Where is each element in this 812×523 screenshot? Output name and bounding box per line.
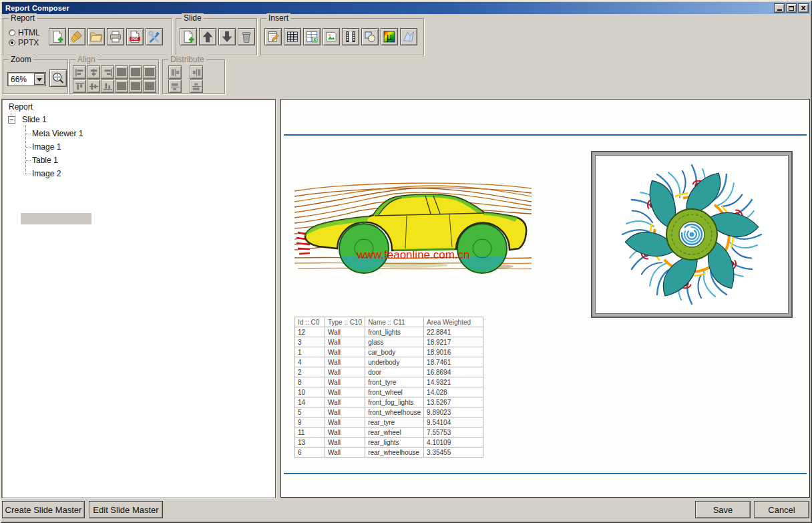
insert-table-button[interactable]	[284, 28, 301, 45]
edit-slide-master-label: Edit Slide Master	[93, 505, 158, 515]
align-extra-5-button[interactable]	[129, 79, 142, 93]
distribute-v2-button[interactable]	[190, 79, 203, 93]
radio-pptx-label: PPTX	[18, 38, 39, 47]
align-center-button[interactable]	[87, 65, 100, 79]
export-pdf-button[interactable]: PDF	[126, 28, 144, 45]
cell: rear_tyre	[365, 417, 424, 427]
cell: 14.028	[424, 387, 483, 397]
zoom-select[interactable]: 66%	[7, 72, 46, 86]
align-extra-4-button[interactable]	[115, 79, 128, 93]
print-report-button[interactable]	[107, 28, 124, 45]
cell: 10	[295, 387, 325, 397]
delete-slide-button[interactable]	[238, 28, 255, 45]
cell: Wall	[325, 347, 365, 357]
distribute-h-button[interactable]	[168, 65, 182, 79]
save-button[interactable]: Save	[695, 501, 751, 518]
svg-text:μ: μ	[387, 32, 393, 42]
tree-item-image-2[interactable]: Image 2	[32, 169, 61, 178]
impeller-image-frame[interactable]	[591, 151, 793, 318]
radio-pptx-circle[interactable]	[9, 39, 15, 46]
move-slide-up-button[interactable]	[199, 28, 216, 45]
table-row: 11Wallrear_wheel7.55753	[295, 427, 483, 438]
cell: front_wheelhouse	[365, 407, 424, 417]
report-settings-button[interactable]	[146, 28, 163, 45]
down-arrow-icon	[220, 30, 234, 43]
cell: door	[365, 367, 424, 377]
insert-spreadsheet-button[interactable]: X	[303, 28, 321, 45]
insert-image-button[interactable]	[323, 28, 340, 45]
insert-3d-view-button[interactable]	[400, 28, 417, 45]
align-extra-1-button[interactable]	[115, 65, 128, 79]
cancel-button[interactable]: Cancel	[754, 501, 809, 518]
table-header-row: Id :: C0 Type :: C10 Name :: C11 Area We…	[295, 317, 483, 327]
clean-report-button[interactable]	[68, 28, 85, 45]
insert-shapes-button[interactable]	[361, 28, 379, 45]
trash-icon	[240, 30, 253, 43]
car-cfd-image[interactable]: www.feaonline.com.cn	[294, 171, 532, 276]
tools-icon	[148, 30, 161, 43]
align-right-button[interactable]	[101, 65, 114, 79]
insert-text-button[interactable]	[264, 28, 282, 45]
distribute-v-button[interactable]	[168, 79, 182, 93]
cell: 4.10109	[424, 438, 483, 448]
close-button[interactable]: x	[798, 3, 809, 13]
align-left-button[interactable]	[73, 65, 86, 79]
cell: 9	[295, 417, 325, 427]
cell: 2	[295, 367, 325, 377]
tree-root-report[interactable]: Report	[9, 102, 33, 112]
create-slide-master-button[interactable]: Create Slide Master	[2, 501, 85, 518]
radio-pptx[interactable]: PPTX	[9, 38, 39, 47]
area-weighted-table[interactable]: Id :: C0 Type :: C10 Name :: C11 Area We…	[294, 317, 483, 458]
align-middle-icon	[89, 82, 99, 91]
insert-group-label: Insert	[266, 13, 290, 23]
cell: rear_lights	[365, 438, 424, 448]
move-slide-down-button[interactable]	[218, 28, 236, 45]
edit-slide-master-button[interactable]: Edit Slide Master	[89, 501, 163, 518]
table-row: 14Wallfront_fog_lights13.5267	[295, 397, 483, 407]
blank-icon	[131, 68, 140, 76]
title-bar[interactable]: Report Composer x	[2, 2, 810, 14]
save-label: Save	[713, 505, 733, 515]
align-extra-6-button[interactable]	[143, 79, 156, 93]
minimize-button[interactable]	[774, 3, 785, 13]
radio-html[interactable]: HTML	[9, 28, 40, 37]
tree-item-meta-viewer-1[interactable]: Meta Viewer 1	[32, 129, 83, 138]
maximize-button[interactable]	[786, 3, 797, 13]
tree-item-table-1[interactable]: Table 1	[32, 156, 58, 165]
cell: 4	[295, 357, 325, 367]
table-row: 9Wallrear_tyre9.54104	[295, 417, 483, 427]
blank-icon	[117, 68, 126, 76]
insert-colormap-button[interactable]: μ	[381, 28, 398, 45]
open-report-button[interactable]	[87, 28, 105, 45]
align-middle-button[interactable]	[87, 79, 100, 93]
surface-3d-icon	[402, 30, 415, 43]
zoom-dropdown-arrow[interactable]	[34, 73, 45, 85]
cell: Wall	[325, 438, 365, 448]
tree-item-slide1[interactable]: Slide 1	[22, 115, 47, 124]
new-slide-button[interactable]	[180, 28, 197, 45]
cell: 18.9217	[424, 337, 483, 347]
align-extra-3-button[interactable]	[143, 65, 156, 79]
distribute-h2-button[interactable]	[190, 65, 203, 79]
slide-canvas[interactable]: www.feaonline.com.cn	[280, 99, 810, 498]
cell: Wall	[325, 397, 365, 407]
cell: 16.8694	[424, 367, 483, 377]
zoom-fit-button[interactable]	[49, 69, 67, 87]
cell: Wall	[325, 377, 365, 387]
table-row: 3Wallglass18.9217	[295, 337, 483, 347]
align-bottom-button[interactable]	[101, 79, 114, 93]
tree-item-image-1[interactable]: Image 1	[32, 142, 61, 152]
minimize-icon	[777, 9, 782, 11]
align-bottom-icon	[103, 82, 113, 91]
cell: 9.54104	[424, 417, 483, 427]
tree-expander-slide1[interactable]	[8, 116, 15, 124]
insert-video-button[interactable]	[342, 28, 359, 45]
distribute-group-label: Distribute	[168, 55, 206, 64]
align-extra-2-button[interactable]	[129, 65, 142, 79]
radio-html-circle[interactable]	[9, 29, 15, 36]
report-group: Report HTML PPTX PDF	[3, 18, 172, 55]
align-top-button[interactable]	[73, 79, 86, 93]
align-group: Align	[69, 59, 159, 94]
new-report-button[interactable]	[49, 28, 66, 45]
cell: Wall	[325, 417, 365, 427]
